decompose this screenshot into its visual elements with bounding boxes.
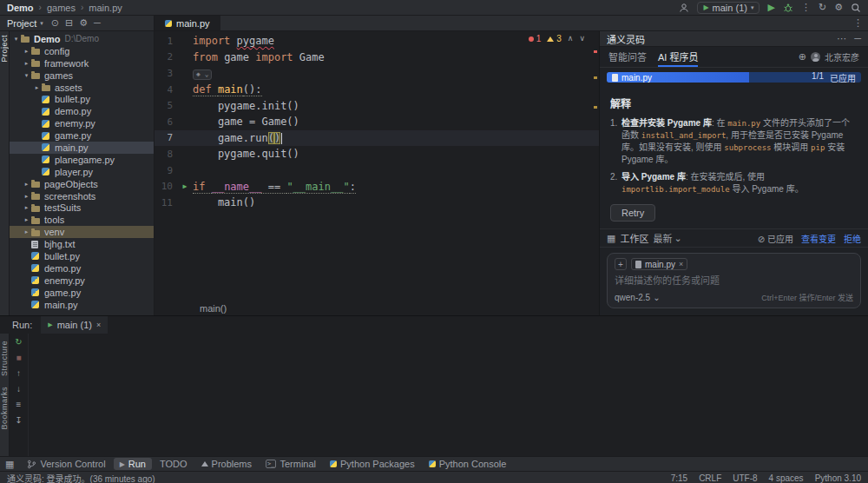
project-view-selector[interactable]: Project ▾ (7, 18, 43, 29)
tree-item-game-py[interactable]: game.py (10, 287, 154, 299)
toolwindow-python-packages[interactable]: Python Packages (324, 458, 421, 470)
code-line-6[interactable]: 6 game = Game() (155, 114, 599, 130)
chevron-icon[interactable]: ▾ (11, 36, 21, 43)
run-tab-main-1[interactable]: ▶ main (1) × (41, 316, 108, 334)
code-line-8[interactable]: 8 pygame.quit() (155, 146, 599, 162)
chevron-icon[interactable]: ▸ (22, 193, 31, 200)
hide-panel-icon[interactable]: ─ (854, 34, 861, 43)
reject-link[interactable]: 拒绝 (844, 232, 861, 245)
new-session-icon[interactable]: ⊕ (799, 52, 806, 62)
settings-icon[interactable]: ⚙ (79, 18, 88, 28)
soft-wrap-icon[interactable]: ≡ (16, 400, 22, 409)
stripe-bookmarks[interactable]: Bookmarks (0, 387, 9, 430)
tree-item-bullet-py[interactable]: bullet.py (10, 93, 154, 105)
prev-problem-icon[interactable]: ∧ (568, 35, 574, 43)
stop-icon[interactable]: ■ (16, 354, 21, 362)
remove-chip-icon[interactable]: × (679, 260, 683, 268)
code-editor[interactable]: 1 3 ∧ ∨ 1import pygame2from game import … (155, 31, 599, 315)
tab-main-py[interactable]: main.py (155, 16, 220, 30)
breadcrumb-main-py[interactable]: main.py (89, 3, 122, 13)
tree-item-enemy-py[interactable]: enemy.py (10, 275, 154, 287)
chevron-icon[interactable]: ▸ (22, 228, 31, 235)
toolwindow-version-control[interactable]: Version Control (21, 458, 111, 470)
tree-item-demo[interactable]: ▾DemoD:\Demo (10, 33, 154, 45)
tab-smart-qa[interactable]: 智能问答 (608, 47, 647, 67)
tree-item-game-py[interactable]: game.py (10, 129, 154, 142)
tree-item-bullet-py[interactable]: bullet.py (10, 250, 154, 262)
code-line-7[interactable]: 7 game.run() (155, 130, 599, 147)
locate-file-icon[interactable]: ⊙ (51, 18, 59, 28)
up-stack-icon[interactable]: ↑ (16, 369, 21, 378)
tree-item-demo-py[interactable]: demo.py (10, 262, 154, 275)
tree-item-player-py[interactable]: player.py (10, 166, 154, 178)
stripe-project[interactable]: Project (0, 35, 9, 63)
tree-item-enemy-py[interactable]: enemy.py (10, 117, 154, 129)
chevron-icon[interactable]: ▸ (32, 84, 42, 91)
project-name[interactable]: Demo (7, 3, 34, 13)
toolwindow-problems[interactable]: Problems (195, 458, 258, 470)
hide-panel-icon[interactable]: ─ (94, 18, 101, 28)
toolwindow-python-console[interactable]: Python Console (423, 458, 513, 470)
settings-icon[interactable]: ⚙ (834, 3, 843, 12)
chevron-icon[interactable]: ▸ (22, 48, 31, 55)
next-problem-icon[interactable]: ∨ (579, 35, 585, 43)
file-encoding[interactable]: UTF-8 (733, 473, 757, 483)
tab-options-icon[interactable]: ⋮ (853, 18, 863, 28)
rerun-icon[interactable]: ↻ (15, 338, 22, 347)
inspections-widget[interactable]: 1 3 ∧ ∨ (527, 34, 587, 43)
run-console[interactable] (29, 334, 868, 456)
tree-item-games[interactable]: ▾games (10, 69, 154, 82)
tree-item-venv[interactable]: ▸venv (10, 226, 154, 238)
user-avatar[interactable] (811, 52, 820, 62)
view-changes-link[interactable]: 查看变更 (801, 232, 836, 245)
toolwindow-terminal[interactable]: >_ Terminal (260, 458, 322, 470)
more-vertical-icon[interactable]: ⋮ (801, 3, 811, 12)
model-selector[interactable]: qwen-2.5 ⌄ (615, 293, 661, 302)
tree-item-demo-py[interactable]: demo.py (10, 105, 154, 117)
users-icon[interactable] (679, 3, 689, 13)
user-name[interactable]: 北京宏彦 (825, 50, 859, 63)
run-button[interactable]: ▶ (767, 3, 774, 12)
breadcrumb-games[interactable]: games (47, 3, 76, 13)
history-icon[interactable]: ↻ (819, 3, 826, 12)
code-line-9[interactable]: 9 (155, 162, 599, 179)
run-config-select[interactable]: ▶ main (1) ▾ (697, 2, 760, 14)
debug-button[interactable] (783, 3, 793, 13)
tree-item-testsuits[interactable]: ▸testSuits (10, 202, 154, 214)
stripe-structure[interactable]: Structure (0, 341, 9, 376)
project-tree-panel[interactable]: ▾DemoD:\Demo▸config▸framework▾games▸asse… (10, 31, 155, 315)
collapse-all-icon[interactable]: ⊟ (65, 18, 73, 28)
context-chip-main-py[interactable]: main.py × (631, 258, 687, 270)
tree-item-config[interactable]: ▸config (10, 45, 154, 57)
chevron-icon[interactable]: ▸ (22, 181, 31, 188)
tab-ai-programmer[interactable]: AI 程序员 (658, 47, 698, 67)
code-line-11[interactable]: 11 main() (155, 195, 599, 211)
tree-item-tools[interactable]: ▸tools (10, 214, 154, 226)
tree-item-bjhg-txt[interactable]: bjhg.txt (10, 238, 154, 250)
more-horizontal-icon[interactable]: ⋯ (837, 34, 846, 43)
line-ending[interactable]: CRLF (699, 473, 721, 483)
tree-item-pageobjects[interactable]: ▸pageObjects (10, 178, 154, 190)
chat-input-box[interactable]: + main.py × 详细描述你的任务或问题 qwen-2.5 ⌄ Ctrl+… (607, 253, 861, 308)
code-line-5[interactable]: 5 pygame.init() (155, 97, 599, 114)
code-line-3[interactable]: 3◈ ⌄ (155, 65, 599, 82)
add-context-button[interactable]: + (615, 258, 627, 270)
toolwindow-todo[interactable]: TODO (154, 458, 194, 470)
code-line-4[interactable]: 4def main(): (155, 82, 599, 98)
toolwindow-run[interactable]: ▶ Run (114, 458, 152, 470)
scroll-to-end-icon[interactable]: ↧ (15, 416, 22, 425)
chevron-icon[interactable]: ▾ (22, 72, 31, 79)
tool-windows-icon[interactable]: ▦ (5, 460, 14, 469)
code-line-10[interactable]: 10▶if __name__ == "__main__": (155, 178, 599, 195)
run-gutter-icon[interactable]: ▶ (183, 182, 187, 190)
indent-style[interactable]: 4 spaces (769, 473, 804, 483)
inline-ai-widget[interactable]: ◈ ⌄ (193, 69, 212, 80)
status-message[interactable]: 通义灵码: 登录成功。(36 minutes ago) (7, 472, 155, 483)
chevron-icon[interactable]: ▸ (22, 204, 31, 211)
retry-button[interactable]: Retry (610, 204, 655, 222)
chevron-icon[interactable]: ▸ (22, 60, 31, 67)
caret-position[interactable]: 7:15 (671, 473, 687, 483)
code-area[interactable]: 1import pygame2from game import Game3◈ ⌄… (155, 31, 599, 301)
apply-progress-bar[interactable]: main.py 1/1已应用 (607, 72, 861, 83)
tree-item-main-py[interactable]: main.py (10, 142, 154, 154)
